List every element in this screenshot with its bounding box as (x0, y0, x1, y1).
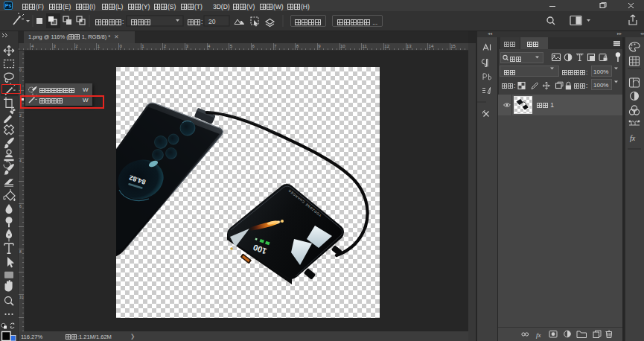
svg-text:fx: fx (536, 331, 541, 339)
svg-text:fx: fx (630, 134, 636, 142)
